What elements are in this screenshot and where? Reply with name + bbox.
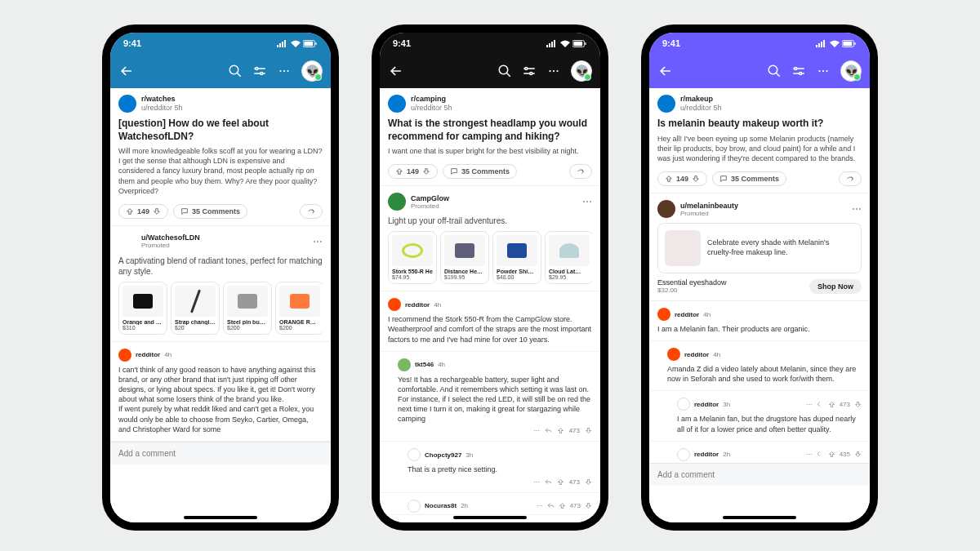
advertiser-name[interactable]: u/WatchesofLDN: [141, 233, 200, 242]
add-comment-input[interactable]: Add a comment: [649, 463, 870, 486]
post-header[interactable]: r/makeup u/redditor 5h: [649, 88, 870, 114]
upvote-icon[interactable]: [126, 207, 134, 216]
comment-more-icon[interactable]: ⋯: [806, 401, 813, 408]
back-icon[interactable]: [118, 63, 135, 79]
promo-more-icon[interactable]: ⋯: [582, 196, 592, 207]
back-icon[interactable]: [657, 63, 674, 79]
comment-more-icon[interactable]: ⋯: [533, 478, 540, 486]
avatar[interactable]: 👽: [840, 60, 862, 82]
search-icon[interactable]: [767, 64, 782, 78]
comment[interactable]: redditor4h I am a Melanin fan. Their pro…: [649, 301, 870, 341]
product-card[interactable]: ORANGE R…$200: [275, 282, 323, 335]
downvote-icon[interactable]: [854, 401, 862, 408]
comment-user[interactable]: Chopcty927: [425, 451, 461, 459]
more-icon[interactable]: [816, 64, 831, 78]
downvote-icon[interactable]: [854, 451, 862, 458]
advertiser-name[interactable]: CampGlow: [411, 194, 449, 202]
product-carousel[interactable]: Orange and B…$310 Strap changi…$20 Steel…: [118, 282, 323, 335]
share-button[interactable]: [300, 204, 323, 219]
home-indicator[interactable]: [723, 516, 796, 519]
advertiser-name[interactable]: u/melaninbeauty: [680, 202, 738, 210]
product-card[interactable]: Steel pin buc…$200: [223, 282, 272, 335]
promo-more-icon[interactable]: ⋯: [852, 203, 862, 215]
product-carousel[interactable]: Stork 550-R He$74.95 Distance Hea…$199.9…: [388, 231, 592, 284]
comment-user[interactable]: redditor: [136, 351, 160, 358]
promo-hero-card[interactable]: Celebrate every shade with Melanin's cru…: [657, 223, 862, 273]
upvote-pill[interactable]: 149: [118, 204, 168, 219]
upvote-icon[interactable]: [559, 502, 566, 509]
comment[interactable]: redditor4h Amanda Z did a video lately a…: [649, 341, 870, 391]
downvote-icon[interactable]: [585, 478, 592, 486]
back-icon[interactable]: [388, 63, 404, 79]
downvote-icon[interactable]: [153, 207, 161, 216]
reply-icon[interactable]: [817, 451, 824, 458]
home-indicator[interactable]: [453, 516, 527, 519]
avatar[interactable]: 👽: [301, 60, 323, 82]
share-button[interactable]: [569, 164, 592, 179]
promoted-unit[interactable]: u/WatchesofLDN Promoted ⋯ A captivating …: [110, 226, 331, 342]
comment[interactable]: Chopcty9273h That is a pretty nice setti…: [380, 442, 600, 492]
product-card[interactable]: Stork 550-R He$74.95: [388, 231, 437, 284]
search-icon[interactable]: [497, 64, 512, 78]
avatar[interactable]: 👽: [571, 60, 592, 82]
upvote-icon[interactable]: [828, 451, 835, 458]
comment[interactable]: redditor3h⋯473 I am a Melanin fan, but t…: [649, 391, 870, 441]
comment-more-icon[interactable]: ⋯: [806, 451, 813, 458]
comment-user[interactable]: redditor: [684, 351, 709, 358]
more-icon[interactable]: [546, 64, 561, 78]
promo-more-icon[interactable]: ⋯: [313, 236, 323, 247]
product-card[interactable]: Orange and B…$310: [118, 282, 167, 335]
post-header[interactable]: r/camping u/redditor 5h: [380, 88, 600, 114]
sort-icon[interactable]: [522, 64, 537, 78]
downvote-icon[interactable]: [585, 502, 592, 509]
product-card[interactable]: Powder Shim…$48.00: [492, 231, 541, 284]
sort-icon[interactable]: [791, 64, 806, 78]
product-card[interactable]: Strap changi…$20: [171, 282, 220, 335]
upvote-icon[interactable]: [557, 427, 564, 434]
reply-icon[interactable]: [545, 478, 552, 486]
reply-icon[interactable]: [547, 502, 555, 509]
comment[interactable]: redditor4h I recommend the Stork 550-R f…: [380, 291, 600, 351]
comment-user[interactable]: redditor: [675, 311, 699, 318]
comment-user[interactable]: redditor: [694, 451, 719, 458]
subreddit-name[interactable]: r/watches: [141, 95, 183, 104]
downvote-icon[interactable]: [585, 427, 592, 434]
add-comment-input[interactable]: Add a comment: [110, 442, 331, 464]
comment-user[interactable]: redditor: [694, 401, 719, 408]
comment-user[interactable]: Nocuras8t: [425, 502, 457, 509]
promoted-unit[interactable]: u/melaninbeauty Promoted ⋯ Celebrate eve…: [649, 193, 870, 301]
comment-more-icon[interactable]: ⋯: [533, 427, 540, 434]
downvote-icon[interactable]: [692, 175, 700, 183]
comment[interactable]: redditor4h I can't think of any good rea…: [110, 342, 331, 442]
comment[interactable]: Nocuras8t2h⋯473: [380, 493, 600, 515]
reply-icon[interactable]: [817, 401, 824, 408]
product-card[interactable]: Cloud Lat…$29.95: [545, 231, 592, 284]
upvote-pill[interactable]: 149: [388, 164, 438, 179]
product-card[interactable]: Distance Hea…$199.95: [440, 231, 489, 284]
upvote-icon[interactable]: [557, 478, 564, 486]
comment[interactable]: tkt5464h Yes! It has a rechargeable batt…: [380, 352, 600, 442]
comment-user[interactable]: tkt546: [415, 361, 434, 368]
post-header[interactable]: r/watches u/redditor 5h: [110, 88, 331, 114]
home-indicator[interactable]: [184, 516, 257, 519]
downvote-icon[interactable]: [422, 167, 430, 176]
sort-icon[interactable]: [252, 64, 267, 78]
comments-pill[interactable]: 35 Comments: [443, 164, 517, 179]
search-icon[interactable]: [228, 64, 243, 78]
promoted-unit[interactable]: CampGlow Promoted ⋯ Light up your off-tr…: [380, 186, 600, 291]
upvote-icon[interactable]: [828, 401, 835, 408]
comment-user[interactable]: redditor: [405, 301, 430, 309]
upvote-pill[interactable]: 149: [657, 171, 707, 186]
comment-more-icon[interactable]: ⋯: [537, 502, 543, 509]
share-button[interactable]: [839, 171, 862, 186]
reply-icon[interactable]: [545, 427, 552, 434]
comments-pill[interactable]: 35 Comments: [173, 204, 247, 219]
more-icon[interactable]: [277, 64, 292, 78]
comments-pill[interactable]: 35 Comments: [712, 171, 786, 186]
shop-now-button[interactable]: Shop Now: [809, 279, 862, 294]
subreddit-name[interactable]: r/makeup: [680, 95, 722, 104]
upvote-icon[interactable]: [395, 167, 403, 176]
upvote-icon[interactable]: [665, 175, 673, 183]
subreddit-name[interactable]: r/camping: [411, 95, 452, 104]
comment[interactable]: redditor2h⋯435: [649, 442, 870, 463]
